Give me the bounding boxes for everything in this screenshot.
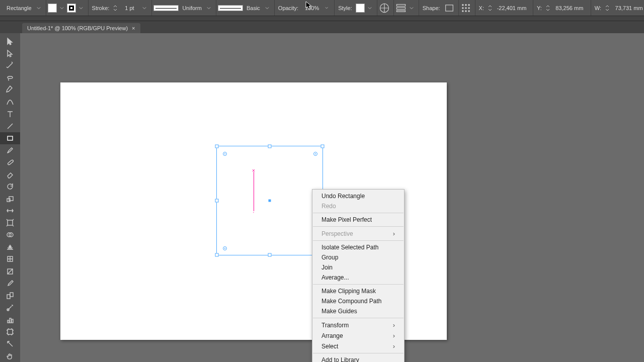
menu-item-make-pixel-perfect[interactable]: Make Pixel Perfect bbox=[312, 215, 404, 225]
stroke-weight-input[interactable] bbox=[119, 5, 139, 11]
tool-width[interactable] bbox=[0, 205, 20, 217]
menu-separator bbox=[313, 318, 404, 318]
tool-brush[interactable] bbox=[0, 144, 20, 156]
tool-symbol-sprayer[interactable] bbox=[0, 302, 20, 314]
menu-item-transform[interactable]: Transform bbox=[312, 320, 404, 330]
menu-item-join[interactable]: Join bbox=[312, 262, 404, 273]
menu-item-label: Perspective bbox=[321, 230, 353, 237]
close-tab-icon[interactable]: × bbox=[132, 25, 135, 31]
menu-item-label: Make Guides bbox=[321, 308, 357, 315]
w-spinner[interactable] bbox=[605, 5, 610, 11]
tool-free-transform[interactable] bbox=[0, 217, 20, 229]
tool-blob-brush[interactable] bbox=[0, 156, 20, 168]
brush-dropdown[interactable] bbox=[264, 5, 271, 12]
align-dropdown[interactable] bbox=[408, 5, 415, 12]
menu-item-undo-rectangle[interactable]: Undo Rectangle bbox=[312, 191, 404, 201]
tool-blend[interactable] bbox=[0, 290, 20, 302]
tool-mesh[interactable] bbox=[0, 253, 20, 265]
x-spinner[interactable] bbox=[488, 5, 493, 11]
fill-dropdown[interactable] bbox=[58, 5, 65, 12]
stroke-profile-label: Uniform bbox=[180, 5, 204, 11]
tool-artboard[interactable] bbox=[0, 326, 20, 338]
tool-rotate[interactable] bbox=[0, 180, 20, 193]
stroke-profile-dropdown[interactable] bbox=[205, 5, 212, 12]
menu-item-label: Group bbox=[321, 254, 338, 261]
svg-point-13 bbox=[468, 10, 470, 12]
tool-line[interactable] bbox=[0, 120, 20, 132]
menu-separator bbox=[313, 226, 404, 227]
svg-rect-23 bbox=[10, 293, 13, 297]
menu-item-isolate-selected-path[interactable]: Isolate Selected Path bbox=[312, 242, 404, 252]
menu-item-label: Transform bbox=[321, 322, 349, 329]
svg-rect-26 bbox=[10, 318, 11, 323]
menu-item-label: Redo bbox=[321, 203, 336, 210]
menu-item-average[interactable]: Average... bbox=[312, 273, 404, 283]
tool-eraser[interactable] bbox=[0, 168, 20, 180]
style-label: Style: bbox=[336, 5, 354, 11]
stroke-profile-preview[interactable] bbox=[153, 5, 179, 11]
stroke-weight-dropdown[interactable] bbox=[141, 5, 148, 12]
menu-item-label: Isolate Selected Path bbox=[321, 244, 378, 251]
tool-magic-wand[interactable] bbox=[0, 59, 20, 71]
opacity-label: Opacity: bbox=[276, 5, 300, 11]
brush-preview[interactable] bbox=[218, 5, 243, 11]
menu-strip bbox=[0, 16, 644, 21]
y-label: Y: bbox=[535, 5, 544, 11]
tool-slice[interactable] bbox=[0, 338, 20, 350]
tool-eyedropper[interactable] bbox=[0, 278, 20, 290]
shape-rect-icon[interactable] bbox=[444, 3, 455, 14]
y-input[interactable] bbox=[552, 5, 587, 11]
menu-item-make-compound-path[interactable]: Make Compound Path bbox=[312, 296, 404, 306]
align-icon[interactable] bbox=[395, 3, 407, 14]
menu-item-label: Undo Rectangle bbox=[321, 193, 365, 200]
tool-direct-selection[interactable] bbox=[0, 47, 20, 59]
selection-rectangle[interactable] bbox=[216, 146, 323, 255]
tool-selection[interactable] bbox=[0, 35, 20, 47]
tool-type[interactable] bbox=[0, 108, 20, 120]
menu-item-arrange[interactable]: Arrange bbox=[312, 330, 404, 341]
tool-rectangle[interactable] bbox=[0, 132, 20, 144]
y-spinner[interactable] bbox=[545, 5, 550, 11]
style-swatch[interactable] bbox=[356, 4, 365, 13]
shape-dropdown[interactable] bbox=[35, 5, 42, 12]
svg-rect-1 bbox=[396, 4, 405, 6]
tool-gradient[interactable] bbox=[0, 265, 20, 277]
options-bar: Rectangle Stroke: Uniform Basic Opacity:… bbox=[0, 0, 644, 16]
tool-column-graph[interactable] bbox=[0, 314, 20, 326]
tool-lasso[interactable] bbox=[0, 71, 20, 83]
document-tabs: Untitled-1* @ 100% (RGB/GPU Preview) × bbox=[0, 21, 644, 33]
fill-swatch[interactable] bbox=[48, 4, 57, 13]
svg-point-8 bbox=[462, 7, 464, 9]
x-label: X: bbox=[477, 5, 486, 11]
svg-rect-4 bbox=[445, 5, 453, 11]
stroke-weight-spinner[interactable] bbox=[113, 5, 118, 11]
svg-rect-28 bbox=[8, 329, 13, 334]
recolor-icon[interactable] bbox=[379, 3, 390, 14]
transform-ref-icon[interactable] bbox=[460, 3, 471, 14]
tool-shape-builder[interactable] bbox=[0, 229, 20, 241]
document-tab[interactable]: Untitled-1* @ 100% (RGB/GPU Preview) × bbox=[22, 23, 140, 33]
tool-pen[interactable] bbox=[0, 83, 20, 96]
menu-item-make-clipping-mask[interactable]: Make Clipping Mask bbox=[312, 286, 404, 296]
menu-item-select[interactable]: Select bbox=[312, 341, 404, 351]
svg-rect-17 bbox=[8, 220, 13, 225]
x-input[interactable] bbox=[494, 5, 529, 11]
menu-item-group[interactable]: Group bbox=[312, 252, 404, 262]
tool-scale[interactable] bbox=[0, 193, 20, 205]
w-input[interactable] bbox=[611, 5, 644, 11]
brush-label: Basic bbox=[245, 5, 262, 11]
opacity-dropdown[interactable] bbox=[324, 5, 331, 12]
svg-point-10 bbox=[468, 7, 470, 9]
menu-separator bbox=[313, 353, 404, 353]
stroke-swatch[interactable] bbox=[67, 4, 76, 13]
tools-panel bbox=[0, 33, 20, 362]
menu-item-make-guides[interactable]: Make Guides bbox=[312, 306, 404, 316]
menu-item-add-to-library[interactable]: Add to Library bbox=[312, 355, 404, 362]
svg-rect-22 bbox=[7, 295, 10, 299]
opacity-input[interactable] bbox=[302, 5, 322, 11]
stroke-swatch-dropdown[interactable] bbox=[77, 5, 85, 12]
tool-curvature[interactable] bbox=[0, 96, 20, 108]
tool-perspective-grid[interactable] bbox=[0, 241, 20, 253]
style-dropdown[interactable] bbox=[366, 5, 373, 12]
tool-hand[interactable] bbox=[0, 350, 20, 362]
